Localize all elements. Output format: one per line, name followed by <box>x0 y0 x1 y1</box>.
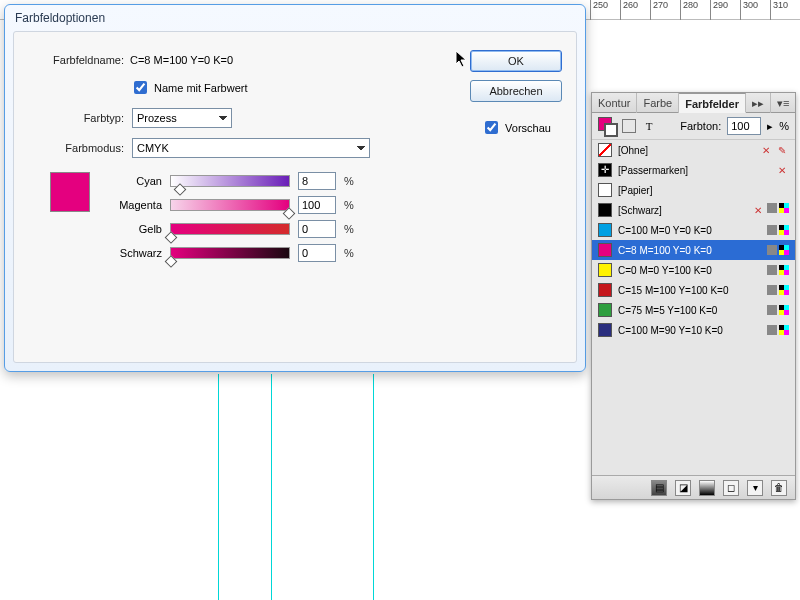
swatch-name: [Schwarz] <box>618 205 745 216</box>
swatch-row[interactable]: [Ohne]✕✎ <box>592 140 795 160</box>
percent-label: % <box>344 175 354 187</box>
swatch-row[interactable]: [Schwarz]✕ <box>592 200 795 220</box>
preview-label: Vorschau <box>505 122 551 134</box>
swatch-row[interactable]: C=100 M=0 Y=0 K=0 <box>592 220 795 240</box>
swatches-panel: Kontur Farbe Farbfelder ▸▸ ▾≡ T Farbton:… <box>591 92 796 500</box>
fill-stroke-icon[interactable] <box>598 117 616 135</box>
magenta-slider[interactable] <box>170 199 290 211</box>
tint-label: Farbton: <box>680 120 721 132</box>
color-preview <box>50 172 90 212</box>
process-icon <box>767 285 777 295</box>
dialog-title: Farbfeldoptionen <box>5 5 585 31</box>
tab-farbe[interactable]: Farbe <box>637 93 679 113</box>
locked-icon: ✕ <box>759 143 773 157</box>
magenta-input[interactable] <box>298 196 336 214</box>
swatch-name: C=8 M=100 Y=0 K=0 <box>618 245 761 256</box>
swatch-name: C=75 M=5 Y=100 K=0 <box>618 305 761 316</box>
delete-swatch-icon[interactable]: 🗑 <box>771 480 787 496</box>
show-gradient-swatches-icon[interactable] <box>699 480 715 496</box>
swatch-color-icon <box>598 283 612 297</box>
process-icon <box>767 265 777 275</box>
swatch-name: [Ohne] <box>618 145 753 156</box>
swatch-row[interactable]: C=15 M=100 Y=100 K=0 <box>592 280 795 300</box>
swatch-name: C=100 M=90 Y=10 K=0 <box>618 325 761 336</box>
ruler-tick: 280 <box>680 0 710 20</box>
show-all-swatches-icon[interactable]: ▤ <box>651 480 667 496</box>
process-icon <box>767 225 777 235</box>
swatch-row[interactable]: C=0 M=0 Y=100 K=0 <box>592 260 795 280</box>
container-format-icon[interactable] <box>622 119 636 133</box>
show-color-swatches-icon[interactable]: ◪ <box>675 480 691 496</box>
name-with-value-label: Name mit Farbwert <box>154 82 248 94</box>
preview-checkbox[interactable] <box>485 121 498 134</box>
editable-icon: ✎ <box>775 143 789 157</box>
cmyk-icon <box>779 225 789 235</box>
text-format-icon[interactable]: T <box>642 120 656 132</box>
swatch-row[interactable]: ✛[Passermarken]✕ <box>592 160 795 180</box>
ruler-tick: 250 <box>590 0 620 20</box>
swatch-name: [Passermarken] <box>618 165 769 176</box>
percent-label: % <box>344 247 354 259</box>
swatch-name: [Papier] <box>618 185 783 196</box>
ok-button[interactable]: OK <box>470 50 562 72</box>
name-with-value-checkbox[interactable] <box>134 81 147 94</box>
tint-arrow-icon[interactable]: ▸ <box>767 120 773 133</box>
swatch-row[interactable]: C=100 M=90 Y=10 K=0 <box>592 320 795 340</box>
swatch-options-dialog: Farbfeldoptionen Farbfeldname: C=8 M=100… <box>4 4 586 372</box>
color-type-label: Farbtyp: <box>67 112 124 124</box>
cmyk-icon <box>779 245 789 255</box>
yellow-label: Gelb <box>104 223 162 235</box>
cmyk-icon <box>779 285 789 295</box>
yellow-slider[interactable] <box>170 223 290 235</box>
cyan-slider[interactable] <box>170 175 290 187</box>
swatch-row[interactable]: C=75 M=5 Y=100 K=0 <box>592 300 795 320</box>
swatch-color-icon <box>598 263 612 277</box>
swatch-color-icon: ✛ <box>598 163 612 177</box>
process-icon <box>767 245 777 255</box>
swatch-name: C=0 M=0 Y=100 K=0 <box>618 265 761 276</box>
yellow-input[interactable] <box>298 220 336 238</box>
swatch-color-icon <box>598 183 612 197</box>
black-label: Schwarz <box>104 247 162 259</box>
black-input[interactable] <box>298 244 336 262</box>
magenta-label: Magenta <box>104 199 162 211</box>
panel-menu-icon[interactable]: ▾≡ <box>771 93 795 113</box>
percent-label: % <box>779 120 789 132</box>
color-mode-select[interactable]: CMYK <box>132 138 370 158</box>
tab-kontur[interactable]: Kontur <box>592 93 637 113</box>
cyan-input[interactable] <box>298 172 336 190</box>
ruler-tick: 270 <box>650 0 680 20</box>
cyan-label: Cyan <box>104 175 162 187</box>
process-icon <box>767 305 777 315</box>
color-mode-label: Farbmodus: <box>46 142 124 154</box>
new-swatch-menu-icon[interactable]: ▾ <box>747 480 763 496</box>
cmyk-icon <box>779 305 789 315</box>
tint-input[interactable] <box>727 117 761 135</box>
swatch-color-icon <box>598 303 612 317</box>
mouse-cursor-icon <box>455 50 469 70</box>
swatch-name-value: C=8 M=100 Y=0 K=0 <box>130 54 233 66</box>
cmyk-icon <box>779 203 789 213</box>
swatch-color-icon <box>598 143 612 157</box>
swatch-row[interactable]: C=8 M=100 Y=0 K=0 <box>592 240 795 260</box>
swatch-row[interactable]: [Papier] <box>592 180 795 200</box>
ruler-tick: 260 <box>620 0 650 20</box>
panel-collapse-icon[interactable]: ▸▸ <box>746 93 771 113</box>
swatch-color-icon <box>598 243 612 257</box>
black-slider[interactable] <box>170 247 290 259</box>
ruler-tick: 310 <box>770 0 800 20</box>
swatch-name-label: Farbfeldname: <box>44 54 124 66</box>
tab-farbfelder[interactable]: Farbfelder <box>679 93 746 113</box>
ruler-tick: 290 <box>710 0 740 20</box>
swatch-color-icon <box>598 223 612 237</box>
swatch-color-icon <box>598 323 612 337</box>
locked-icon: ✕ <box>751 203 765 217</box>
color-type-select[interactable]: Prozess <box>132 108 232 128</box>
swatch-name: C=100 M=0 Y=0 K=0 <box>618 225 761 236</box>
locked-icon: ✕ <box>775 163 789 177</box>
ruler-tick: 300 <box>740 0 770 20</box>
percent-label: % <box>344 199 354 211</box>
percent-label: % <box>344 223 354 235</box>
new-swatch-icon[interactable]: ◻ <box>723 480 739 496</box>
cancel-button[interactable]: Abbrechen <box>470 80 562 102</box>
